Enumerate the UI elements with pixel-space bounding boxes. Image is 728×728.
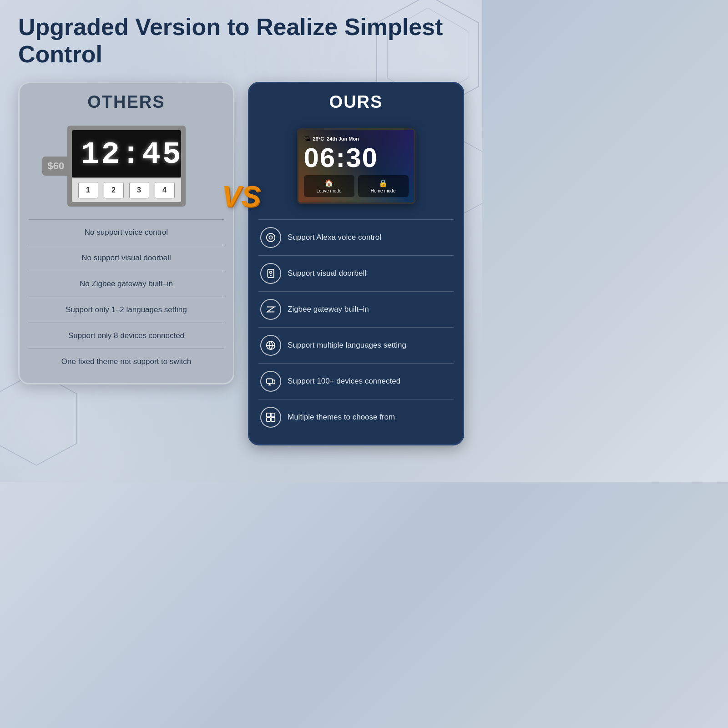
weather-icon: 🌤 — [304, 135, 310, 142]
ours-feature-2: Zigbee gateway built–in — [249, 292, 463, 327]
ours-card: OURS 🌤 26°C 24th Jun Mon 06:30 🏠 Leave m… — [248, 82, 464, 445]
clock-btn-2: 2 — [104, 182, 124, 198]
ours-feature-5: Multiple themes to choose from — [249, 399, 463, 435]
doorbell-icon — [260, 263, 281, 284]
others-feature-5: One fixed theme not support to switch — [20, 349, 233, 374]
others-device-area: $60 12:45 1 2 3 4 — [20, 119, 233, 219]
svg-point-4 — [267, 233, 275, 241]
leave-mode-label: Leave mode — [316, 188, 341, 193]
ours-feature-0: Support Alexa voice control — [249, 220, 463, 255]
leave-mode-icon: 🏠 — [306, 179, 353, 187]
ours-feature-1: Support visual doorbell — [249, 256, 463, 291]
globe-icon — [260, 335, 281, 356]
leave-mode-btn: 🏠 Leave mode — [304, 175, 354, 197]
price-tag: $60 — [42, 157, 70, 176]
clock-btn-4: 4 — [155, 182, 175, 198]
others-header: OTHERS — [20, 83, 233, 119]
others-feature-1: No support visual doorbell — [20, 245, 233, 271]
svg-point-7 — [270, 271, 272, 273]
others-feature-3: Support only 1–2 languages setting — [20, 297, 233, 323]
alexa-icon — [260, 227, 281, 248]
smart-time: 06:30 — [304, 144, 409, 172]
smart-date: 24th Jun Mon — [327, 136, 359, 142]
home-mode-label: Home mode — [371, 188, 395, 193]
smart-modes: 🏠 Leave mode 🔒 Home mode — [304, 175, 409, 197]
smart-weather: 26°C — [313, 136, 324, 142]
ours-feature-4: Support 100+ devices connected — [249, 364, 463, 399]
svg-rect-16 — [271, 418, 275, 421]
others-feature-0: No support voice control — [20, 220, 233, 245]
vs-badge: VS — [222, 182, 260, 211]
smart-screen: 🌤 26°C 24th Jun Mon 06:30 🏠 Leave mode 🔒… — [298, 130, 414, 202]
smart-top-bar: 🌤 26°C 24th Jun Mon — [304, 135, 409, 142]
ours-feature-3: Support multiple languages setting — [249, 328, 463, 363]
zigbee-icon — [260, 299, 281, 320]
ours-header: OURS — [249, 83, 463, 119]
ours-device-area: 🌤 26°C 24th Jun Mon 06:30 🏠 Leave mode 🔒… — [249, 119, 463, 219]
home-mode-btn: 🔒 Home mode — [358, 175, 409, 197]
old-device: $60 12:45 1 2 3 4 — [67, 126, 186, 207]
svg-rect-13 — [267, 413, 270, 416]
clock-display: 12:45 — [72, 130, 181, 177]
svg-rect-14 — [271, 413, 275, 416]
others-card: OTHERS $60 12:45 1 2 3 4 No support voic… — [18, 82, 234, 385]
svg-rect-15 — [267, 418, 270, 421]
home-mode-icon: 🔒 — [360, 179, 407, 187]
svg-rect-10 — [267, 379, 273, 383]
others-feature-2: No Zigbee gateway built–in — [20, 271, 233, 297]
clock-btn-1: 1 — [78, 182, 98, 198]
themes-icon — [260, 407, 281, 428]
smart-device: 🌤 26°C 24th Jun Mon 06:30 🏠 Leave mode 🔒… — [297, 128, 415, 204]
svg-point-5 — [269, 236, 272, 239]
page-title: Upgraded Version to Realize Simplest Con… — [18, 14, 464, 68]
clock-time: 12:45 — [81, 139, 172, 170]
comparison-row: OTHERS $60 12:45 1 2 3 4 No support voic… — [18, 82, 464, 445]
devices-icon — [260, 371, 281, 392]
clock-btn-3: 3 — [129, 182, 149, 198]
clock-buttons: 1 2 3 4 — [72, 178, 181, 202]
others-feature-4: Support only 8 devices connected — [20, 323, 233, 349]
